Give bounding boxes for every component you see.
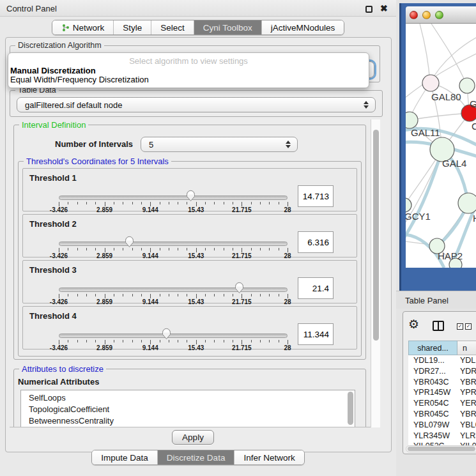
node-table: shared... n YDL19...YDL1YDR27...YDR2YBR0… [408,341,476,445]
table-row[interactable]: YDL19...YDL1 [408,355,476,366]
threshold-label: Threshold 3 [29,265,77,275]
network-node[interactable] [406,198,411,212]
app-window: Control Panel ✖ Network Style [0,0,476,476]
column-header-shared-name[interactable]: shared... [408,341,457,355]
close-traffic-light-icon[interactable] [410,11,418,19]
table-row[interactable]: YBR043CYBR0 [408,377,476,388]
cell-name[interactable]: YDL1 [457,355,476,366]
table-row[interactable]: YIL052CYIL0 [408,441,476,445]
network-node[interactable] [422,75,439,91]
threshold-value-field[interactable] [298,277,334,299]
dropdown-placeholder-item[interactable]: Select algorithm to view settings [8,53,369,66]
zoom-traffic-light-icon[interactable] [435,11,443,19]
threshold-value-field[interactable] [298,231,334,253]
table-row[interactable]: YLR345WYLR3 [408,431,476,441]
close-icon[interactable]: ✖ [380,4,388,13]
apply-button[interactable]: Apply [172,430,214,445]
cell-name[interactable]: YBR0 [457,377,476,388]
slider-thumb[interactable] [125,236,134,248]
numerical-attributes-list[interactable]: SelfLoopsTopologicalCoefficientBetweenne… [20,390,355,427]
cell-name[interactable]: YBL0 [457,420,476,431]
cell-name[interactable]: YPR1 [457,387,476,398]
settings-scrollbar[interactable] [371,119,380,427]
column-header-name[interactable]: n [457,341,476,355]
checkbox-icon[interactable]: ✓ [457,323,463,330]
cell-shared-name[interactable]: YDR27... [408,366,457,377]
scrollbar-thumb[interactable] [373,130,379,341]
network-edge[interactable] [410,113,470,120]
cell-shared-name[interactable]: YBL079W [408,420,457,431]
table-hscrollbar[interactable] [406,445,476,452]
table-row[interactable]: YDR27...YDR2 [408,366,476,377]
cell-name[interactable]: YDR2 [457,366,476,377]
slider-thumb[interactable] [234,282,244,294]
group-title: Threshold's Coordinates for 5 Intervals [24,157,171,166]
threshold-label: Threshold 4 [29,311,77,321]
top-tabbar: Network Style Select Cyni Toolbox jActiv… [0,20,396,35]
slider-track[interactable] [59,242,288,246]
threshold-panel: Threshold 4-3.4262.8599.14415.4321.71528 [22,306,357,349]
network-node[interactable] [459,78,475,93]
attribute-list-item[interactable]: SelfLoops [21,392,355,404]
network-canvas[interactable]: GAL80GACGAL11GAL4GCY1HHAP2 [406,24,476,268]
cell-shared-name[interactable]: YLR345W [408,431,457,441]
tab-select[interactable]: Select [151,20,194,35]
table-row[interactable]: YBL079WYBL0 [408,420,476,431]
tab-jactivemodules[interactable]: jActiveMNodules [262,20,344,35]
threshold-value-field[interactable] [298,323,334,345]
table-row[interactable]: YPR145WYPR1 [408,387,476,398]
checkbox-icon[interactable]: ✓ [465,323,472,330]
threshold-value-field[interactable] [298,185,334,207]
network-view-window: GAL80GACGAL11GAL4GCY1HHAP2 [399,3,476,291]
cell-shared-name[interactable]: YBR043C [408,377,457,388]
dropdown-item-equal-width[interactable]: Equal Width/Frequency Discretization [8,75,369,84]
cell-name[interactable]: YBR0 [457,409,476,420]
network-window-titlebar[interactable] [406,6,476,24]
attribute-list-item[interactable]: TopologicalCoefficient [21,404,355,415]
attribute-list-item[interactable]: BetweennessCentrality [21,415,355,427]
table-row[interactable]: YBR045CYBR0 [408,409,476,420]
float-window-icon[interactable] [365,6,372,13]
tab-discretize-data[interactable]: Discretize Data [158,450,235,464]
cell-shared-name[interactable]: YBR045C [408,409,457,420]
columns-icon[interactable] [433,321,444,331]
tab-style[interactable]: Style [114,20,151,35]
cell-shared-name[interactable]: YDL19... [408,355,457,366]
group-title: Attributes to discretize [19,364,106,374]
slider-thumb[interactable] [162,328,171,340]
number-of-intervals-combo[interactable]: 5 [141,137,298,152]
slider-track[interactable] [59,196,288,200]
network-edge[interactable] [420,24,430,83]
threshold-label: Threshold 1 [29,173,77,183]
thresholds-group: Threshold's Coordinates for 5 Intervals … [18,161,362,357]
tab-cyni-toolbox[interactable]: Cyni Toolbox [194,20,262,35]
network-node-label: C [472,121,476,132]
cell-name[interactable]: YIL0 [457,441,476,445]
attributes-group: Attributes to discretize Numerical Attri… [13,369,366,427]
dropdown-item-manual-discretization[interactable]: Manual Discretization [8,66,369,75]
cell-shared-name[interactable]: YPR145W [408,387,457,398]
table-row[interactable]: YER054CYER0 [408,398,476,409]
slider-track[interactable] [59,288,288,292]
threshold-panel: Threshold 1-3.4262.8599.14415.4321.71528 [22,168,357,211]
list-scrollbar[interactable] [347,392,354,427]
network-node[interactable] [458,193,476,213]
network-node[interactable] [406,112,418,128]
settings-viewport: Interval Definition Number of Intervals … [10,119,371,427]
table-data-combo[interactable]: galFiltered.sif default node [17,97,376,112]
slider-thumb[interactable] [186,190,196,202]
cell-shared-name[interactable]: YER054C [408,398,457,409]
cell-shared-name[interactable]: YIL052C [408,441,457,445]
slider-track[interactable] [59,334,288,338]
control-panel-titlebar: Control Panel ✖ [0,0,396,17]
tab-network[interactable]: Network [52,20,114,35]
network-edge[interactable] [431,24,467,86]
gear-icon[interactable]: ⚙ [408,318,419,330]
threshold-label: Threshold 2 [29,219,77,229]
cell-name[interactable]: YER0 [457,398,476,409]
cell-name[interactable]: YLR3 [457,431,476,441]
scrollbar-thumb[interactable] [408,447,475,451]
minimize-traffic-light-icon[interactable] [422,11,431,19]
tab-impute-data[interactable]: Impute Data [92,450,158,464]
tab-infer-network[interactable]: Infer Network [234,450,303,464]
